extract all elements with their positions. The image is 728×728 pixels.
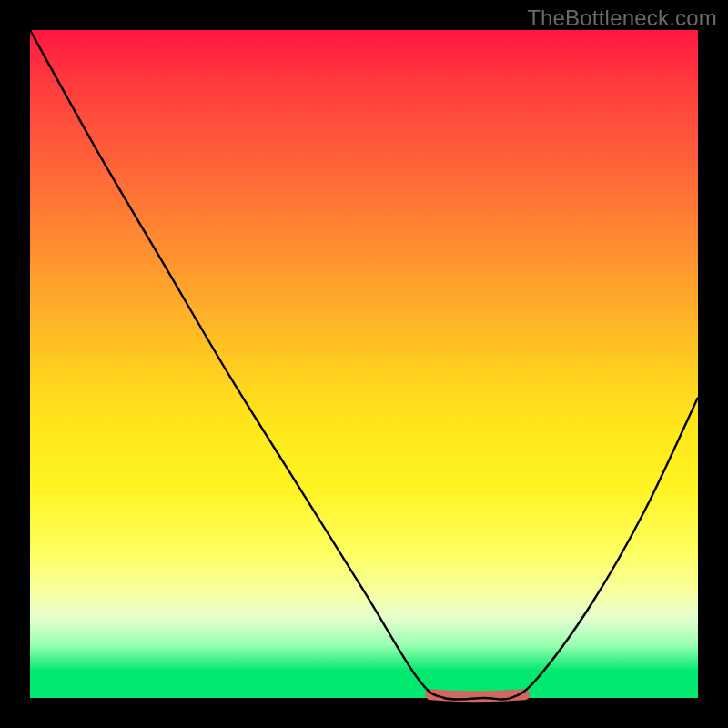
- watermark-text: TheBottleneck.com: [527, 5, 717, 31]
- optimum-segment: [430, 694, 524, 696]
- bottleneck-curve: [30, 30, 698, 700]
- chart-frame: TheBottleneck.com: [0, 0, 728, 728]
- chart-svg: [30, 30, 698, 698]
- plot-area: [30, 30, 698, 698]
